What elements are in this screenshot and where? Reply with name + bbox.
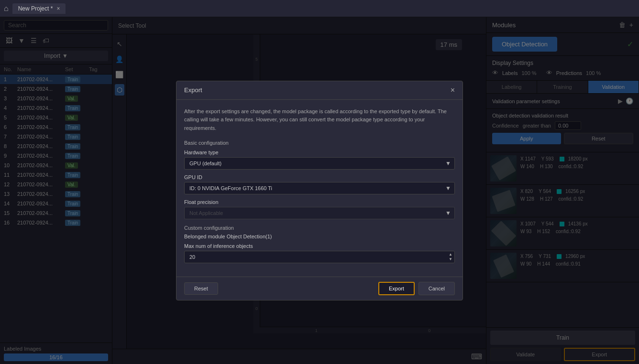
- float-precision-select-wrapper: Not Applicable ▼: [184, 207, 455, 219]
- modal-overlay: Export × After the export settings are c…: [0, 17, 639, 364]
- max-objects-label: Max num of inference objects: [184, 243, 455, 249]
- basic-config-section: Basic configuration Hardware type GPU (d…: [184, 140, 455, 219]
- hardware-type-select[interactable]: GPU (default) CPU: [184, 157, 455, 170]
- hardware-type-select-wrapper: GPU (default) CPU ▼: [184, 157, 455, 170]
- custom-config-section: Custom configuration Belonged module Obj…: [184, 225, 455, 263]
- modal-title: Export: [184, 86, 202, 94]
- max-objects-input-wrapper: ▲ ▼: [184, 251, 455, 263]
- gpu-id-label: GPU ID: [184, 174, 455, 180]
- modal-description: After the export settings are changed, t…: [184, 107, 455, 133]
- hardware-type-field: Hardware type GPU (default) CPU ▼: [184, 150, 455, 170]
- modal-footer: Reset Export Cancel: [176, 277, 463, 300]
- gpu-id-select[interactable]: ID: 0 NVIDIA GeForce GTX 1660 Ti: [184, 182, 455, 194]
- custom-config-title: Custom configuration: [184, 225, 455, 231]
- cancel-modal-button[interactable]: Cancel: [419, 282, 455, 295]
- max-objects-input[interactable]: [184, 251, 455, 263]
- tab-title: New Project *: [18, 5, 53, 12]
- module-info: Belonged module Object Detection(1): [184, 234, 455, 239]
- float-precision-select[interactable]: Not Applicable: [184, 207, 455, 219]
- modal-footer-right: Export Cancel: [378, 282, 455, 295]
- top-bar: ⌂ New Project * ×: [0, 0, 639, 17]
- number-arrows: ▲ ▼: [448, 252, 453, 262]
- home-icon[interactable]: ⌂: [4, 4, 9, 13]
- modal-close-button[interactable]: ×: [451, 86, 455, 95]
- modal-body: After the export settings are changed, t…: [176, 100, 463, 277]
- float-precision-field: Float precision Not Applicable ▼: [184, 199, 455, 219]
- hardware-type-label: Hardware type: [184, 150, 455, 155]
- decrement-arrow[interactable]: ▼: [448, 257, 453, 262]
- export-modal: Export × After the export settings are c…: [176, 81, 463, 301]
- increment-arrow[interactable]: ▲: [448, 252, 453, 257]
- export-modal-button[interactable]: Export: [378, 282, 415, 295]
- project-tab[interactable]: New Project * ×: [12, 3, 66, 14]
- max-objects-field: Max num of inference objects ▲ ▼: [184, 243, 455, 263]
- float-precision-label: Float precision: [184, 199, 455, 205]
- gpu-id-select-wrapper: ID: 0 NVIDIA GeForce GTX 1660 Ti ▼: [184, 182, 455, 194]
- reset-modal-button[interactable]: Reset: [184, 282, 218, 295]
- modal-header: Export ×: [176, 81, 463, 100]
- basic-config-title: Basic configuration: [184, 140, 455, 146]
- tab-close-icon[interactable]: ×: [56, 5, 60, 12]
- gpu-id-field: GPU ID ID: 0 NVIDIA GeForce GTX 1660 Ti …: [184, 174, 455, 194]
